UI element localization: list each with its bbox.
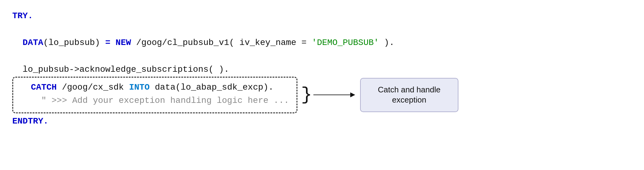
keyword-catch: CATCH [21, 81, 57, 94]
main-container: TRY. DATA (lo_pubsub) = NEW /goog/cl_pub… [0, 0, 644, 170]
code-line-blank1 [12, 22, 632, 36]
keyword-new: NEW [116, 36, 131, 49]
keyword-into: INTO [129, 81, 150, 94]
string-value: 'DEMO_PUBSUB' [312, 36, 379, 49]
indent1 [12, 36, 23, 49]
code-line-try: TRY. [12, 9, 632, 22]
keyword-endtry: ENDTRY. [12, 115, 49, 128]
callout-text: Catch and handle exception [369, 85, 449, 106]
class-name: /goog/cl_pubsub_v1( iv_key_name = [131, 36, 312, 49]
keyword-try: TRY. [12, 9, 33, 22]
bracket-arrow-group: } Catch and handle exception [300, 78, 458, 112]
code-line-endtry: ENDTRY. [12, 115, 632, 128]
right-bracket: } [301, 86, 312, 104]
method-call: lo_pubsub->acknowledge_subscriptions( ). [12, 63, 229, 76]
comment-text: " >>> Add your exception handling logic … [21, 94, 289, 107]
code-line-comment: " >>> Add your exception handling logic … [21, 94, 289, 107]
arrow [313, 92, 355, 97]
dashed-box: CATCH /goog/cx_sdk INTO data(lo_abap_sdk… [12, 77, 297, 113]
code-line-data: DATA (lo_pubsub) = NEW /goog/cl_pubsub_v… [12, 36, 632, 49]
closing-paren: ). [379, 36, 394, 49]
equals-sign: = [105, 36, 116, 49]
arrow-shaft [313, 95, 350, 95]
code-block: TRY. DATA (lo_pubsub) = NEW /goog/cl_pub… [12, 9, 632, 128]
code-line-catch: CATCH /goog/cx_sdk INTO data(lo_abap_sdk… [21, 81, 289, 94]
dashed-section-wrapper: CATCH /goog/cx_sdk INTO data(lo_abap_sdk… [12, 77, 632, 113]
keyword-data: DATA [23, 36, 43, 49]
lo-pubsub-parens: (lo_pubsub) [43, 36, 105, 49]
exception-class: /goog/cx_sdk [57, 81, 129, 94]
data-call: data(lo_abap_sdk_excp). [150, 81, 273, 94]
arrow-head [350, 92, 355, 97]
code-line-method: lo_pubsub->acknowledge_subscriptions( ). [12, 63, 632, 76]
callout-box: Catch and handle exception [360, 78, 458, 112]
code-line-blank2 [12, 49, 632, 63]
